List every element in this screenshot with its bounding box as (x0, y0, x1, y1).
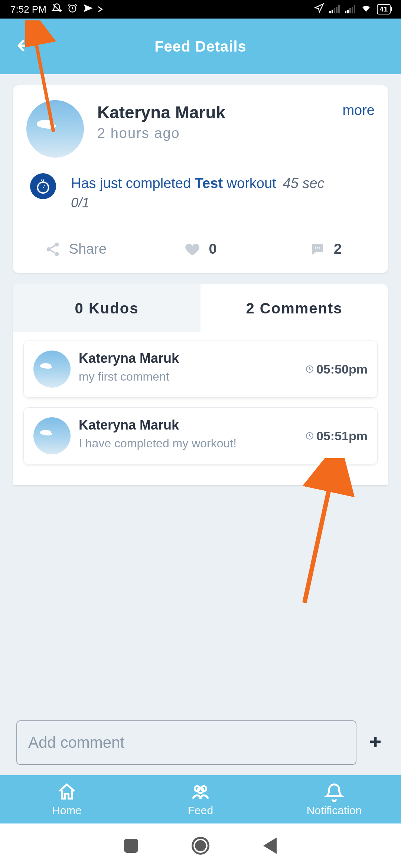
comment-avatar (33, 417, 71, 454)
nav-home-button[interactable] (192, 837, 209, 855)
like-count: 0 (209, 241, 216, 257)
author-name[interactable]: Kateryna Maruk (97, 102, 225, 122)
svg-point-7 (319, 247, 320, 249)
tab-feed[interactable]: Feed (134, 775, 267, 823)
tab-home-label: Home (52, 804, 82, 817)
add-comment-button[interactable] (366, 734, 385, 751)
nav-back-button[interactable] (263, 838, 277, 854)
tab-notification[interactable]: Notification (267, 775, 401, 823)
comment-button[interactable]: 2 (263, 225, 388, 273)
feed-post-card: Kateryna Maruk 2 hours ago more Has just… (13, 85, 388, 273)
activity-progress: 0/1 (71, 195, 325, 211)
detail-tabs-card: 0 Kudos 2 Comments Kateryna Maruk my fir… (13, 284, 388, 485)
post-age: 2 hours ago (97, 125, 225, 141)
svg-point-2 (55, 242, 59, 246)
comment-author: Kateryna Maruk (79, 417, 305, 433)
status-bar: 7:52 PM 41 (0, 0, 401, 19)
comment-input-row (0, 720, 401, 775)
svg-point-3 (46, 247, 50, 251)
wifi-icon (361, 3, 372, 16)
comment-item[interactable]: Kateryna Maruk my first comment 05:50pm (23, 341, 378, 398)
svg-point-12 (198, 788, 203, 793)
comment-item[interactable]: Kateryna Maruk I have completed my worko… (23, 407, 378, 464)
comment-text: I have completed my workout! (79, 437, 305, 450)
activity-description: Has just completed Test workout45 sec (71, 173, 325, 194)
comment-time: 05:51pm (305, 417, 368, 454)
signal-2-icon (345, 5, 355, 13)
stopwatch-icon (30, 173, 56, 199)
svg-line-14 (304, 466, 334, 603)
tab-feed-label: Feed (188, 804, 213, 817)
comment-action-count: 2 (334, 241, 342, 257)
play-icon (98, 6, 103, 12)
comment-text: my first comment (79, 370, 305, 384)
share-button[interactable]: Share (13, 225, 138, 273)
svg-point-4 (55, 252, 59, 256)
signal-1-icon (329, 5, 340, 13)
tab-notification-label: Notification (307, 804, 362, 817)
svg-point-5 (315, 247, 316, 249)
send-icon (83, 3, 93, 16)
tab-kudos[interactable]: 0 Kudos (13, 284, 200, 332)
tab-home[interactable]: Home (0, 775, 134, 823)
svg-point-6 (317, 247, 318, 249)
comment-author: Kateryna Maruk (79, 351, 305, 366)
alarm-icon (67, 3, 78, 16)
like-button[interactable]: 0 (138, 225, 263, 273)
comment-input[interactable] (16, 720, 356, 765)
android-nav-bar (0, 823, 401, 868)
app-header: Feed Details (0, 19, 401, 74)
author-avatar[interactable] (26, 100, 84, 158)
tab-comments[interactable]: 2 Comments (200, 284, 388, 332)
share-label: Share (69, 241, 107, 257)
back-button[interactable] (15, 36, 33, 56)
mute-icon (52, 3, 62, 16)
nav-recent-button[interactable] (124, 839, 138, 853)
comment-avatar (33, 351, 71, 388)
status-time: 7:52 PM (10, 4, 46, 15)
location-icon (314, 3, 324, 16)
more-link[interactable]: more (342, 100, 375, 158)
battery-icon: 41 (377, 4, 391, 14)
comment-time: 05:50pm (305, 351, 368, 388)
page-title: Feed Details (0, 38, 401, 55)
bottom-tab-bar: Home Feed Notification (0, 775, 401, 823)
